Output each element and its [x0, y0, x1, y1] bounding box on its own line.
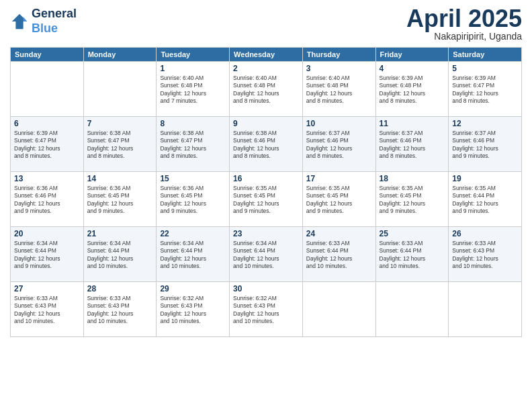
title-block: April 2025 Nakapiripirit, Uganda: [406, 7, 522, 42]
day-info: Sunrise: 6:36 AM Sunset: 6:46 PM Dayligh…: [14, 185, 80, 216]
weekday-header: Thursday: [302, 48, 375, 62]
calendar-cell: 8Sunrise: 6:38 AM Sunset: 6:47 PM Daylig…: [157, 117, 230, 172]
day-info: Sunrise: 6:37 AM Sunset: 6:46 PM Dayligh…: [380, 130, 445, 161]
calendar-cell: 9Sunrise: 6:38 AM Sunset: 6:46 PM Daylig…: [230, 117, 303, 172]
day-info: Sunrise: 6:34 AM Sunset: 6:44 PM Dayligh…: [14, 240, 80, 271]
weekday-header: Wednesday: [230, 48, 303, 62]
day-number: 5: [452, 64, 518, 73]
calendar-table: SundayMondayTuesdayWednesdayThursdayFrid…: [10, 47, 522, 337]
day-number: 13: [14, 174, 80, 183]
calendar-cell: 27Sunrise: 6:33 AM Sunset: 6:43 PM Dayli…: [11, 282, 84, 337]
calendar-cell: 10Sunrise: 6:37 AM Sunset: 6:46 PM Dayli…: [302, 117, 375, 172]
day-number: 19: [452, 174, 518, 183]
calendar-cell: 19Sunrise: 6:35 AM Sunset: 6:44 PM Dayli…: [449, 172, 522, 227]
calendar-cell: [375, 282, 449, 337]
day-number: 3: [306, 64, 372, 73]
weekday-header: Tuesday: [157, 48, 230, 62]
calendar-cell: 17Sunrise: 6:35 AM Sunset: 6:45 PM Dayli…: [302, 172, 375, 227]
day-number: 8: [160, 119, 226, 128]
day-number: 29: [160, 284, 226, 293]
day-info: Sunrise: 6:38 AM Sunset: 6:47 PM Dayligh…: [160, 130, 226, 161]
calendar-cell: 14Sunrise: 6:36 AM Sunset: 6:45 PM Dayli…: [83, 172, 157, 227]
day-info: Sunrise: 6:33 AM Sunset: 6:43 PM Dayligh…: [14, 295, 80, 326]
day-number: 24: [306, 229, 372, 238]
logo-icon: [10, 12, 29, 31]
day-number: 17: [306, 174, 372, 183]
calendar-cell: 4Sunrise: 6:39 AM Sunset: 6:48 PM Daylig…: [375, 62, 449, 117]
day-info: Sunrise: 6:35 AM Sunset: 6:44 PM Dayligh…: [452, 185, 518, 216]
day-number: 7: [87, 119, 153, 128]
weekday-header: Saturday: [449, 48, 522, 62]
day-number: 30: [233, 284, 299, 293]
day-number: 22: [160, 229, 226, 238]
calendar-cell: [449, 282, 522, 337]
page: General Blue April 2025 Nakapiripirit, U…: [0, 0, 532, 411]
weekday-header: Friday: [375, 48, 449, 62]
day-number: 28: [87, 284, 153, 293]
day-info: Sunrise: 6:35 AM Sunset: 6:45 PM Dayligh…: [233, 185, 299, 216]
day-info: Sunrise: 6:32 AM Sunset: 6:43 PM Dayligh…: [233, 295, 299, 326]
calendar-cell: 1Sunrise: 6:40 AM Sunset: 6:48 PM Daylig…: [157, 62, 230, 117]
calendar-cell: 12Sunrise: 6:37 AM Sunset: 6:46 PM Dayli…: [449, 117, 522, 172]
day-number: 23: [233, 229, 299, 238]
calendar-cell: 22Sunrise: 6:34 AM Sunset: 6:44 PM Dayli…: [157, 227, 230, 282]
day-number: 6: [14, 119, 80, 128]
logo: General Blue: [10, 7, 77, 36]
day-number: 18: [380, 174, 445, 183]
day-info: Sunrise: 6:39 AM Sunset: 6:47 PM Dayligh…: [452, 75, 518, 105]
day-info: Sunrise: 6:35 AM Sunset: 6:45 PM Dayligh…: [306, 185, 372, 216]
calendar-cell: 29Sunrise: 6:32 AM Sunset: 6:43 PM Dayli…: [157, 282, 230, 337]
day-number: 2: [233, 64, 299, 73]
calendar-cell: 16Sunrise: 6:35 AM Sunset: 6:45 PM Dayli…: [230, 172, 303, 227]
day-info: Sunrise: 6:33 AM Sunset: 6:43 PM Dayligh…: [87, 295, 153, 326]
day-number: 11: [380, 119, 445, 128]
calendar-cell: 25Sunrise: 6:33 AM Sunset: 6:44 PM Dayli…: [375, 227, 449, 282]
month-title: April 2025: [406, 7, 522, 31]
calendar-cell: 6Sunrise: 6:39 AM Sunset: 6:47 PM Daylig…: [11, 117, 84, 172]
day-info: Sunrise: 6:37 AM Sunset: 6:46 PM Dayligh…: [452, 130, 518, 161]
day-info: Sunrise: 6:39 AM Sunset: 6:48 PM Dayligh…: [380, 75, 445, 105]
calendar-header-row: SundayMondayTuesdayWednesdayThursdayFrid…: [11, 48, 522, 62]
weekday-header: Monday: [83, 48, 157, 62]
day-info: Sunrise: 6:34 AM Sunset: 6:44 PM Dayligh…: [160, 240, 226, 271]
day-number: 25: [380, 229, 445, 238]
calendar-cell: 20Sunrise: 6:34 AM Sunset: 6:44 PM Dayli…: [11, 227, 84, 282]
day-info: Sunrise: 6:37 AM Sunset: 6:46 PM Dayligh…: [306, 130, 372, 161]
day-info: Sunrise: 6:40 AM Sunset: 6:48 PM Dayligh…: [306, 75, 372, 105]
day-info: Sunrise: 6:33 AM Sunset: 6:43 PM Dayligh…: [452, 240, 518, 271]
day-info: Sunrise: 6:36 AM Sunset: 6:45 PM Dayligh…: [160, 185, 226, 216]
day-info: Sunrise: 6:33 AM Sunset: 6:44 PM Dayligh…: [380, 240, 445, 271]
calendar-cell: 3Sunrise: 6:40 AM Sunset: 6:48 PM Daylig…: [302, 62, 375, 117]
calendar-cell: 23Sunrise: 6:34 AM Sunset: 6:44 PM Dayli…: [230, 227, 303, 282]
calendar-cell: 26Sunrise: 6:33 AM Sunset: 6:43 PM Dayli…: [449, 227, 522, 282]
day-info: Sunrise: 6:36 AM Sunset: 6:45 PM Dayligh…: [87, 185, 153, 216]
calendar-week-row: 27Sunrise: 6:33 AM Sunset: 6:43 PM Dayli…: [11, 282, 522, 337]
calendar-cell: 18Sunrise: 6:35 AM Sunset: 6:45 PM Dayli…: [375, 172, 449, 227]
calendar-cell: 24Sunrise: 6:33 AM Sunset: 6:44 PM Dayli…: [302, 227, 375, 282]
day-number: 27: [14, 284, 80, 293]
day-info: Sunrise: 6:38 AM Sunset: 6:46 PM Dayligh…: [233, 130, 299, 161]
day-info: Sunrise: 6:40 AM Sunset: 6:48 PM Dayligh…: [233, 75, 299, 105]
calendar-cell: 11Sunrise: 6:37 AM Sunset: 6:46 PM Dayli…: [375, 117, 449, 172]
location: Nakapiripirit, Uganda: [406, 31, 522, 42]
day-number: 14: [87, 174, 153, 183]
day-number: 26: [452, 229, 518, 238]
calendar-cell: [83, 62, 157, 117]
calendar-cell: 7Sunrise: 6:38 AM Sunset: 6:47 PM Daylig…: [83, 117, 157, 172]
day-number: 15: [160, 174, 226, 183]
day-number: 20: [14, 229, 80, 238]
calendar-cell: [11, 62, 84, 117]
day-number: 4: [380, 64, 445, 73]
day-info: Sunrise: 6:32 AM Sunset: 6:43 PM Dayligh…: [160, 295, 226, 326]
calendar-cell: [302, 282, 375, 337]
calendar-cell: 21Sunrise: 6:34 AM Sunset: 6:44 PM Dayli…: [83, 227, 157, 282]
calendar-cell: 13Sunrise: 6:36 AM Sunset: 6:46 PM Dayli…: [11, 172, 84, 227]
day-number: 10: [306, 119, 372, 128]
day-number: 12: [452, 119, 518, 128]
day-number: 1: [160, 64, 226, 73]
day-info: Sunrise: 6:38 AM Sunset: 6:47 PM Dayligh…: [87, 130, 153, 161]
header: General Blue April 2025 Nakapiripirit, U…: [10, 7, 522, 42]
day-info: Sunrise: 6:34 AM Sunset: 6:44 PM Dayligh…: [233, 240, 299, 271]
day-number: 9: [233, 119, 299, 128]
calendar-week-row: 20Sunrise: 6:34 AM Sunset: 6:44 PM Dayli…: [11, 227, 522, 282]
